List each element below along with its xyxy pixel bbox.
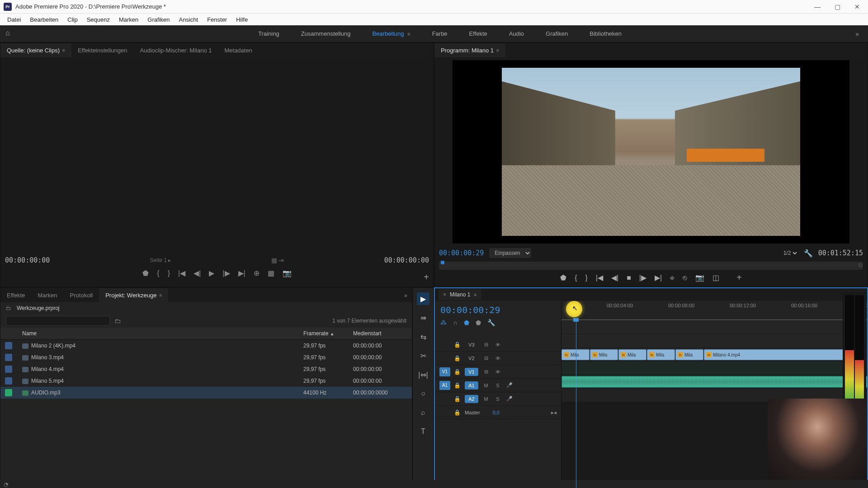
ripple-edit-tool-icon[interactable]: ⇆ <box>417 330 429 343</box>
label-chip[interactable] <box>5 354 12 361</box>
lift-icon[interactable]: ⎆ <box>670 274 675 282</box>
voiceover-icon[interactable]: 🎤 <box>505 382 514 388</box>
program-playhead-icon[interactable] <box>441 261 444 264</box>
track-v2-lane[interactable] <box>561 334 867 348</box>
settings-icon[interactable]: 🔧 <box>487 319 495 326</box>
workspace-bearbeitung[interactable]: Bearbeitung ≡ <box>361 26 421 42</box>
track-a2-lane[interactable] <box>561 375 867 389</box>
add-button-icon[interactable]: + <box>736 272 742 283</box>
track-select-tool-icon[interactable]: ⇛ <box>417 311 429 324</box>
sync-lock-icon[interactable]: ⊟ <box>482 342 490 347</box>
track-label[interactable]: V3 <box>465 341 478 349</box>
pen-tool-icon[interactable]: ○ <box>417 387 429 400</box>
tab-audioclip-mischer[interactable]: Audioclip-Mischer: Milano 1 <box>134 43 218 57</box>
minimize-button[interactable]: — <box>814 3 821 10</box>
tab-menu-icon[interactable]: ≡ <box>62 48 65 53</box>
goto-out-icon[interactable]: ▶| <box>655 273 662 282</box>
tab-menu-icon[interactable]: ≡ <box>496 48 499 53</box>
track-v3-lane[interactable] <box>561 321 867 334</box>
tab-menu-icon[interactable]: ≡ <box>159 293 162 298</box>
menu-marken[interactable]: Marken <box>114 14 143 25</box>
hand-tool-icon[interactable]: ⌕ <box>417 406 429 419</box>
close-button[interactable]: ✕ <box>854 3 861 10</box>
track-label[interactable]: V2 <box>465 354 478 362</box>
extract-icon[interactable]: ⎋ <box>683 274 687 282</box>
toggle-output-icon[interactable]: 👁 <box>494 369 502 375</box>
workspace-overflow-icon[interactable]: » <box>855 30 859 38</box>
comparison-icon[interactable]: ◫ <box>712 273 719 282</box>
snap-icon[interactable]: ⁂ <box>440 319 447 326</box>
toggle-output-icon[interactable]: 👁 <box>494 342 502 347</box>
tab-effekte[interactable]: Effekte <box>0 288 31 302</box>
video-clip[interactable]: fxMila <box>675 349 703 360</box>
solo-button[interactable]: S <box>494 396 502 402</box>
out-point-icon[interactable]: } <box>585 274 588 282</box>
fx-badge-icon[interactable]: fx <box>649 352 655 357</box>
source-patch-a1[interactable]: A1 <box>439 381 450 390</box>
goto-in-icon[interactable]: |◀ <box>596 273 603 282</box>
menu-bearbeiten[interactable]: Bearbeiten <box>25 14 63 25</box>
timeline-tab[interactable]: × Milano 1 ≡ <box>439 289 481 300</box>
overwrite-icon[interactable]: ▦ <box>268 269 274 277</box>
program-ruler[interactable] <box>439 262 863 270</box>
menu-fenster[interactable]: Fenster <box>203 14 231 25</box>
workspace-grafiken[interactable]: Grafiken <box>535 26 579 42</box>
tab-programm[interactable]: Programm: Milano 1 ≡ <box>434 43 505 57</box>
table-row[interactable]: Milano 2 (4K).mp429,97 fps00:00:00:00 <box>0 340 412 352</box>
fx-badge-icon[interactable]: fx <box>678 352 683 357</box>
tab-projekt[interactable]: Projekt: Werkzeuge ≡ <box>99 288 168 302</box>
track-v1[interactable]: V1 🔒 V1 ⊟ 👁 <box>435 365 561 379</box>
mute-button[interactable]: M <box>482 396 490 402</box>
fx-badge-icon[interactable]: fx <box>706 352 712 357</box>
toggle-output-icon[interactable]: 👁 <box>494 356 502 361</box>
workspace-audio[interactable]: Audio <box>498 26 535 42</box>
in-point-icon[interactable]: { <box>157 269 159 277</box>
type-tool-icon[interactable]: T <box>417 425 429 438</box>
selection-tool-icon[interactable]: ▶ <box>417 292 429 305</box>
track-label[interactable]: V1 <box>465 368 478 376</box>
workspace-training[interactable]: Training <box>247 26 290 42</box>
sync-lock-icon[interactable]: ⊟ <box>482 369 490 375</box>
table-row[interactable]: Milano 3.mp429,97 fps00;00;00;00 <box>0 352 412 363</box>
workspace-menu-icon[interactable]: ≡ <box>407 31 410 37</box>
timeline-marker-icon[interactable]: ⬟ <box>476 319 481 326</box>
track-v1-lane[interactable]: fxMilafxMilafxMilafxMilafxMilafxMilano 4… <box>561 348 867 361</box>
out-point-icon[interactable]: } <box>168 269 170 277</box>
lock-icon[interactable]: 🔒 <box>454 342 461 348</box>
maximize-button[interactable]: ▢ <box>834 3 841 10</box>
wrench-icon[interactable]: 🔧 <box>804 249 813 258</box>
label-chip[interactable] <box>5 366 12 373</box>
tab-effekteinstellungen[interactable]: Effekteinstellungen <box>71 43 134 57</box>
home-icon[interactable]: ⌂ <box>5 29 15 39</box>
workspace-bibliotheken[interactable]: Bibliotheken <box>579 26 632 42</box>
new-bin-icon[interactable]: 🗀 <box>114 317 121 324</box>
zoom-select[interactable]: 1/2 <box>782 249 798 257</box>
marker-icon[interactable]: ⬟ <box>560 273 566 282</box>
search-input[interactable] <box>6 316 110 326</box>
ruler-end-handle[interactable] <box>859 263 862 267</box>
label-chip[interactable] <box>5 342 12 349</box>
lock-icon[interactable]: 🔒 <box>454 409 461 416</box>
lock-icon[interactable]: 🔒 <box>454 382 461 389</box>
step-back-icon[interactable]: ◀| <box>611 273 618 282</box>
workspace-zusammenstellung[interactable]: Zusammenstellung <box>290 26 362 42</box>
video-clip[interactable]: fxMila <box>561 349 590 360</box>
tab-metadaten[interactable]: Metadaten <box>218 43 258 57</box>
stop-icon[interactable]: ■ <box>627 274 631 282</box>
slip-tool-icon[interactable]: |⇔| <box>417 368 429 381</box>
lock-icon[interactable]: 🔒 <box>454 355 461 361</box>
tab-protokoll[interactable]: Protokoll <box>64 288 99 302</box>
menu-hilfe[interactable]: Hilfe <box>231 14 252 25</box>
menu-ansicht[interactable]: Ansicht <box>174 14 203 25</box>
source-page-label[interactable]: Seite 1 ▸ <box>150 257 171 263</box>
goto-in-icon[interactable]: |◀ <box>178 269 185 277</box>
source-tc-left[interactable]: 00:00:00:00 <box>5 256 50 264</box>
menu-datei[interactable]: Datei <box>3 14 25 25</box>
menu-grafiken[interactable]: Grafiken <box>143 14 174 25</box>
step-back-icon[interactable]: ◀| <box>193 269 201 277</box>
step-fwd-icon[interactable]: |▶ <box>639 273 646 282</box>
insert-icon[interactable]: ⊕ <box>254 269 259 277</box>
fx-badge-icon[interactable]: fx <box>621 352 626 357</box>
export-frame-icon[interactable]: 📷 <box>283 269 292 277</box>
fx-badge-icon[interactable]: fx <box>564 352 569 357</box>
